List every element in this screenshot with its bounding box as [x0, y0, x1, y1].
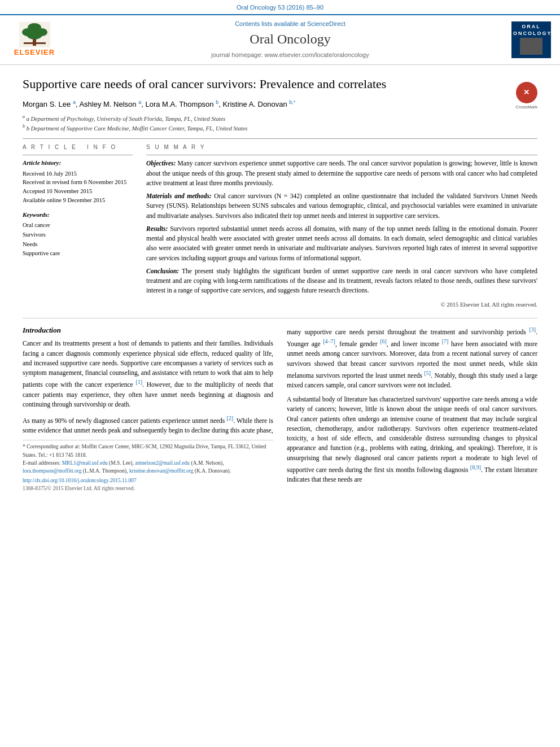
ref-3: [3] — [529, 326, 536, 333]
footnote-emails: E-mail addresses: MRL1@mail.usf.edu (M.S… — [23, 459, 273, 475]
title-area: Supportive care needs of oral cancer sur… — [23, 76, 537, 93]
email-lee[interactable]: MRL1@mail.usf.edu — [62, 460, 108, 466]
results-para: Results: Survivors reported substantial … — [146, 224, 537, 263]
crossmark-icon[interactable]: ✕ — [516, 82, 537, 103]
methods-para: Materials and methods: Oral cancer survi… — [146, 191, 537, 221]
journal-header: ELSEVIER Contents lists available at Sci… — [0, 14, 560, 64]
body-right-column: many supportive care needs persist throu… — [287, 325, 537, 492]
elsevier-tree-icon — [19, 22, 50, 47]
summary-text: Objectives: Many cancer survivors experi… — [146, 159, 537, 309]
section-divider — [23, 138, 537, 139]
ref-1: [1] — [135, 379, 142, 385]
ref-8-9: [8,9] — [470, 464, 481, 470]
copyright-line: © 2015 Elsevier Ltd. All rights reserved… — [146, 300, 537, 309]
right-paragraph-2: A substantial body of literature has cha… — [287, 395, 537, 484]
conclusion-label: Conclusion: — [146, 268, 179, 274]
journal-citation: Oral Oncology 53 (2016) 85–90 — [0, 0, 560, 14]
results-text: Survivors reported substantial unmet nee… — [146, 225, 537, 261]
doi-link[interactable]: http://dx.doi.org/10.1016/j.oraloncology… — [23, 477, 273, 484]
footnote-corresponding: * Corresponding author at: Moffitt Cance… — [23, 443, 273, 459]
ref-6: [6] — [380, 338, 387, 344]
info-summary-section: A R T I C L E I N F O Article history: R… — [23, 143, 537, 309]
email-nelson[interactable]: amnelson2@mail.usf.edu — [135, 460, 190, 466]
summary-header: S U M M A R Y — [146, 143, 537, 151]
summary-divider — [146, 155, 537, 155]
elsevier-text: ELSEVIER — [14, 47, 55, 58]
article-info-divider — [23, 155, 133, 155]
body-left-column: Introduction Cancer and its treatments p… — [23, 325, 273, 492]
email-donovan[interactable]: kristine.donovan@moffitt.org — [129, 468, 193, 474]
keywords-label: Keywords: — [23, 211, 133, 219]
ref-5: [5] — [424, 370, 431, 376]
rights-text: 1368-8375/© 2015 Elsevier Ltd. All right… — [23, 485, 273, 492]
science-direct-link[interactable]: Contents lists available at ScienceDirec… — [69, 20, 511, 28]
history-label: Article history: — [23, 159, 133, 167]
journal-homepage: journal homepage: www.elsevier.com/locat… — [69, 51, 511, 59]
keywords-list: Oral cancer Survivors Needs Supportive c… — [23, 221, 133, 259]
methods-label: Materials and methods: — [146, 193, 212, 199]
journal-title-header: Oral Oncology — [69, 30, 511, 49]
article-info-header: A R T I C L E I N F O — [23, 143, 133, 151]
crossmark-label: CrossMark — [515, 104, 537, 110]
ref-4-7: [4–7] — [323, 338, 335, 344]
email-thompson[interactable]: lora.thompson@moffitt.org — [23, 468, 81, 474]
article-content: Supportive care needs of oral cancer sur… — [0, 65, 560, 501]
objectives-label: Objectives: — [146, 160, 176, 167]
ref-2: [2] — [226, 415, 233, 421]
badge-image — [520, 38, 542, 55]
doi-anchor[interactable]: http://dx.doi.org/10.1016/j.oraloncology… — [23, 478, 137, 483]
objectives-para: Objectives: Many cancer survivors experi… — [146, 159, 537, 188]
authors-line: Morgan S. Lee a, Ashley M. Nelson a, Lor… — [23, 99, 537, 110]
objectives-text: Many cancer survivors experience unmet s… — [146, 160, 537, 186]
conclusion-para: Conclusion: The present study highlights… — [146, 267, 537, 296]
elsevier-logo: ELSEVIER — [9, 22, 60, 58]
article-info-column: A R T I C L E I N F O Article history: R… — [23, 143, 133, 309]
right-paragraph-1: many supportive care needs persist throu… — [287, 325, 537, 390]
journal-badge: ORAL ONCOLOGY — [511, 21, 551, 58]
affiliations: a a Department of Psychology, University… — [23, 113, 537, 133]
article-title: Supportive care needs of oral cancer sur… — [23, 76, 537, 93]
results-label: Results: — [146, 225, 168, 232]
svg-point-4 — [27, 29, 42, 40]
journal-center: Contents lists available at ScienceDirec… — [69, 20, 511, 59]
conclusion-text: The present study highlights the signifi… — [146, 268, 537, 294]
summary-column: S U M M A R Y Objectives: Many cancer su… — [146, 143, 537, 309]
ref-7: [7] — [442, 338, 449, 344]
crossmark-area[interactable]: ✕ CrossMark — [515, 82, 537, 110]
intro-paragraph-2: As many as 90% of newly diagnosed cancer… — [23, 414, 273, 435]
article-dates: Received 16 July 2015 Received in revise… — [23, 169, 133, 205]
footnote-divider — [23, 440, 273, 440]
introduction-title: Introduction — [23, 325, 273, 335]
intro-paragraph-1: Cancer and its treatments present a host… — [23, 339, 273, 409]
svg-rect-6 — [24, 42, 46, 44]
main-body: Introduction Cancer and its treatments p… — [23, 318, 537, 492]
